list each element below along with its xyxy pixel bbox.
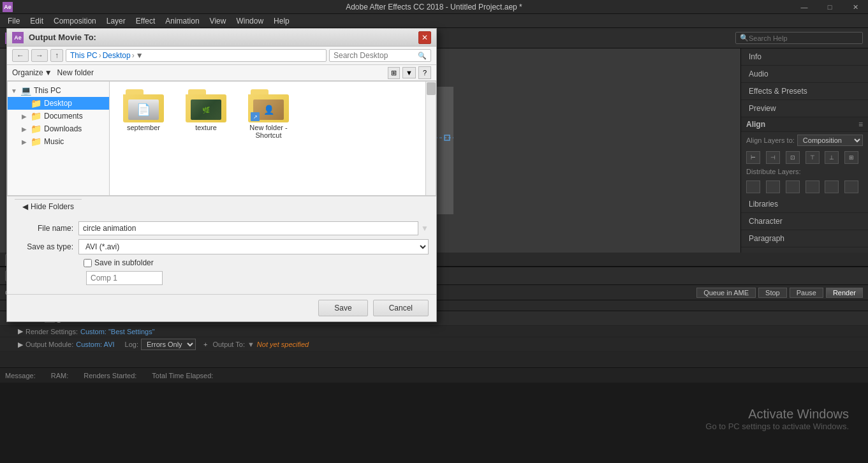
window-controls[interactable]: — □ ✕ — [791, 0, 868, 14]
panel-item-preview[interactable]: Preview — [741, 100, 868, 117]
tree-item-music[interactable]: ▶ 📁 Music — [8, 135, 109, 148]
col-comment: Comment — [369, 302, 863, 309]
dist-btn-3[interactable] — [786, 180, 800, 193]
menu-composition[interactable]: Composition — [48, 15, 101, 27]
hide-folders-area: ◀ Hide Folders — [7, 196, 436, 216]
om-expand[interactable]: ▶ — [18, 341, 23, 349]
align-menu-icon[interactable]: ≡ — [858, 120, 863, 129]
maximize-button[interactable]: □ — [817, 0, 842, 14]
align-layers-to-select[interactable]: Composition Layer — [797, 135, 863, 146]
menu-window[interactable]: Window — [231, 15, 268, 27]
rs-expand[interactable]: ▶ — [18, 327, 23, 335]
align-btn-1[interactable]: ⊢ — [746, 151, 760, 164]
help-button[interactable]: ? — [418, 66, 431, 79]
menu-help[interactable]: Help — [268, 15, 295, 27]
folder-icon-texture: 🌿 — [186, 89, 226, 122]
render-button[interactable]: Render — [826, 288, 863, 298]
om-log-select[interactable]: Errors Only All — [141, 339, 196, 350]
panel-item-character[interactable]: Character — [741, 213, 868, 230]
saveas-select[interactable]: AVI (*.avi) QuickTime (*.mov) H.264 (*.m… — [78, 239, 429, 254]
organize-button[interactable]: Organize ▼ — [12, 68, 52, 77]
file-item-texture[interactable]: 🌿 texture — [177, 87, 235, 142]
output-module-row: ▶ Output Module: Custom: AVI Log: Errors… — [0, 337, 868, 352]
om-value[interactable]: Custom: AVI — [76, 341, 114, 348]
align-btn-4[interactable]: ⊤ — [805, 151, 820, 164]
search-help-box[interactable]: 🔍 — [735, 32, 863, 44]
file-item-september[interactable]: 📄 september — [115, 87, 172, 142]
file-label-texture: texture — [195, 124, 217, 131]
hide-folders-label: Hide Folders — [31, 202, 74, 211]
save-in-subfolder-checkbox[interactable] — [84, 259, 92, 267]
tree-item-desktop[interactable]: 📁 Desktop — [8, 97, 109, 110]
breadcrumb-desktop[interactable]: Desktop — [103, 51, 131, 60]
dist-btn-6[interactable] — [844, 180, 858, 193]
rs-value[interactable]: Custom: "Best Settings" — [80, 328, 155, 335]
right-panel: Info Audio Effects & Presets Preview Ali… — [740, 48, 868, 253]
filename-label: File name: — [15, 224, 78, 233]
dist-btn-5[interactable] — [825, 180, 839, 193]
activate-windows-subtitle: Go to PC settings to activate Windows. — [705, 422, 849, 431]
search-icon: 🔍 — [740, 34, 749, 42]
align-btn-2[interactable]: ⊣ — [766, 151, 780, 164]
menu-layer[interactable]: Layer — [101, 15, 131, 27]
nav-up-button[interactable]: ↑ — [50, 49, 63, 62]
dialog-titlebar: Ae Output Movie To: ✕ — [7, 29, 436, 47]
save-button[interactable]: Save — [318, 300, 367, 316]
dialog-close-button[interactable]: ✕ — [418, 31, 431, 44]
file-item-new-folder-shortcut[interactable]: 👤 ↗ New folder - Shortcut — [240, 87, 297, 142]
menu-effect[interactable]: Effect — [131, 15, 160, 27]
menu-edit[interactable]: Edit — [25, 15, 48, 27]
menu-file[interactable]: File — [3, 15, 25, 27]
tree-item-downloads[interactable]: ▶ 📁 Downloads — [8, 122, 109, 135]
dist-btn-1[interactable] — [746, 180, 760, 193]
file-label-shortcut: New folder - Shortcut — [242, 124, 295, 139]
tree-item-documents[interactable]: ▶ 📁 Documents — [8, 110, 109, 122]
ram-label: RAM: — [51, 372, 69, 379]
dist-btn-2[interactable] — [766, 180, 780, 193]
subfolder-name-input[interactable] — [86, 271, 163, 285]
browser-search-input[interactable] — [334, 51, 415, 60]
pause-button[interactable]: Pause — [790, 288, 823, 298]
tree-item-thispc[interactable]: ▼ 💻 This PC — [8, 84, 109, 97]
file-grid-scrollbar[interactable] — [425, 82, 436, 195]
panel-item-effects-presets[interactable]: Effects & Presets — [741, 83, 868, 100]
menu-view[interactable]: View — [205, 15, 232, 27]
ae-logo: Ae — [3, 2, 13, 12]
menu-animation[interactable]: Animation — [160, 15, 204, 27]
nav-back-button[interactable]: ← — [12, 49, 29, 62]
minimize-button[interactable]: — — [791, 0, 817, 14]
view-dropdown-button[interactable]: ▼ — [402, 67, 416, 78]
panel-item-paragraph[interactable]: Paragraph — [741, 230, 868, 247]
hide-folders-button[interactable]: ◀ Hide Folders — [15, 199, 82, 214]
nav-forward-button[interactable]: → — [31, 49, 48, 62]
breadcrumb-thispc[interactable]: This PC — [70, 51, 98, 60]
breadcrumb: This PC › Desktop › ▼ — [66, 49, 327, 62]
tree-expand-downloads: ▶ — [20, 126, 28, 133]
view-button[interactable]: ⊞ — [388, 67, 400, 79]
align-btn-5[interactable]: ⊥ — [825, 151, 839, 164]
om-output-label: Output To: — [212, 341, 245, 348]
close-button[interactable]: ✕ — [842, 0, 868, 14]
browser-search-box[interactable]: 🔍 — [329, 49, 431, 62]
panel-item-info[interactable]: Info — [741, 48, 868, 66]
new-folder-button[interactable]: New folder — [57, 68, 94, 77]
queue-ame-button[interactable]: Queue in AME — [696, 288, 756, 298]
stop-button[interactable]: Stop — [758, 288, 787, 298]
folder-icon-music: 📁 — [31, 136, 41, 147]
scrollbar-thumb[interactable] — [427, 82, 436, 95]
panel-item-audio[interactable]: Audio — [741, 66, 868, 83]
search-help-input[interactable] — [749, 34, 858, 42]
om-plus-icon[interactable]: + — [203, 341, 207, 348]
filename-input[interactable] — [78, 221, 418, 235]
align-btn-6[interactable]: ⊞ — [844, 151, 858, 164]
distribute-label: Distribute Layers: — [741, 166, 868, 178]
breadcrumb-dropdown[interactable]: ▼ — [136, 51, 143, 60]
filename-dropdown[interactable]: ▼ — [421, 224, 429, 233]
om-output-value[interactable]: Not yet specified — [257, 341, 309, 348]
browser-toolbar: Organize ▼ New folder ⊞ ▼ ? — [7, 65, 436, 81]
dist-btn-4[interactable] — [805, 180, 820, 193]
cancel-button[interactable]: Cancel — [373, 300, 429, 316]
panel-item-libraries[interactable]: Libraries — [741, 196, 868, 213]
browser-toolbar-left: Organize ▼ New folder — [12, 68, 94, 77]
align-btn-3[interactable]: ⊡ — [786, 151, 800, 164]
